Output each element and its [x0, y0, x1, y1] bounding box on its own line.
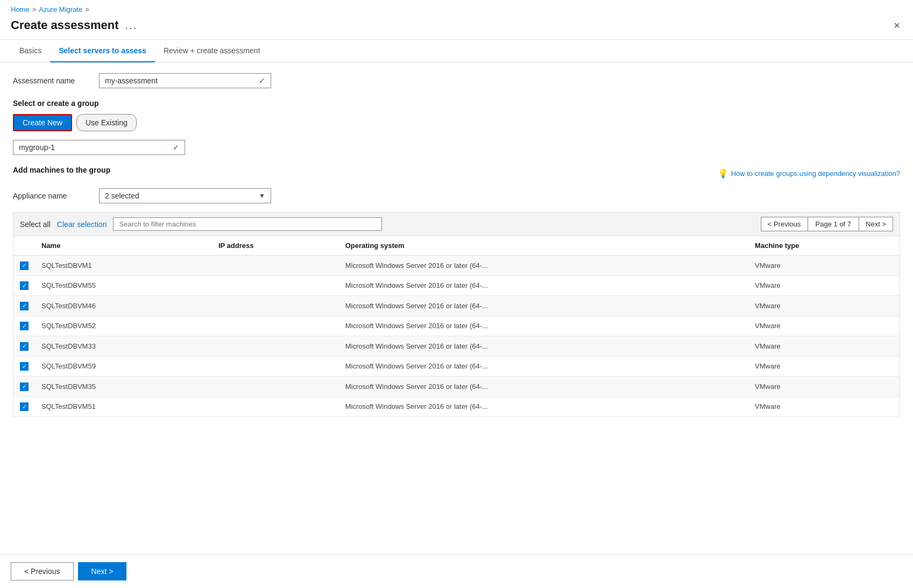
row-machine-type: VMware	[748, 256, 900, 276]
row-checkbox[interactable]: ✓	[13, 316, 36, 336]
add-machines-row: Add machines to the group 💡 How to creat…	[13, 166, 900, 181]
row-os: Microsoft Windows Server 2016 or later (…	[339, 296, 748, 316]
row-checkbox[interactable]: ✓	[13, 296, 36, 316]
group-name-value: mygroup-1	[19, 143, 55, 152]
col-header-machine-type: Machine type	[748, 236, 900, 256]
row-checkbox[interactable]: ✓	[13, 356, 36, 377]
row-os: Microsoft Windows Server 2016 or later (…	[339, 275, 748, 296]
dependency-viz-link-text: How to create groups using dependency vi…	[731, 169, 900, 178]
group-name-input[interactable]: mygroup-1 ✓	[13, 140, 185, 155]
row-ip	[212, 296, 339, 316]
row-name: SQLTestDBVM35	[35, 377, 212, 397]
page-wrapper: Home > Azure Migrate > Create assessment…	[0, 0, 913, 588]
assessment-name-check-icon: ✓	[259, 76, 265, 85]
row-name: SQLTestDBVM59	[35, 356, 212, 377]
group-buttons: Create New Use Existing	[13, 114, 900, 131]
row-machine-type: VMware	[748, 377, 900, 397]
row-os: Microsoft Windows Server 2016 or later (…	[339, 396, 748, 417]
checkbox-checked-icon[interactable]: ✓	[20, 322, 29, 330]
row-checkbox[interactable]: ✓	[13, 377, 36, 397]
top-bar: Home > Azure Migrate > Create assessment…	[0, 0, 913, 40]
table-row: ✓ SQLTestDBVM35 Microsoft Windows Server…	[13, 377, 900, 397]
tab-basics[interactable]: Basics	[11, 40, 50, 62]
appliance-dropdown-arrow-icon: ▼	[259, 192, 265, 200]
row-checkbox[interactable]: ✓	[13, 256, 36, 276]
appliance-row: Appliance name 2 selected ▼	[13, 188, 900, 203]
create-new-button[interactable]: Create New	[13, 114, 72, 131]
row-name: SQLTestDBVM33	[35, 336, 212, 357]
page-info: Page 1 of 7	[808, 217, 859, 231]
row-os: Microsoft Windows Server 2016 or later (…	[339, 316, 748, 336]
bottom-next-button[interactable]: Next >	[78, 562, 127, 580]
table-row: ✓ SQLTestDBVM1 Microsoft Windows Server …	[13, 256, 900, 276]
col-header-checkbox	[13, 236, 36, 256]
tabs-nav: Basics Select servers to assess Review +…	[0, 40, 913, 62]
row-checkbox[interactable]: ✓	[13, 396, 36, 417]
table-body: ✓ SQLTestDBVM1 Microsoft Windows Server …	[13, 256, 900, 417]
table-row: ✓ SQLTestDBVM51 Microsoft Windows Server…	[13, 396, 900, 417]
more-options-dots[interactable]: ...	[125, 19, 138, 32]
page-title: Create assessment	[11, 18, 119, 32]
breadcrumb: Home > Azure Migrate >	[11, 5, 902, 13]
assessment-name-input[interactable]: my-assessment ✓	[99, 73, 271, 88]
row-machine-type: VMware	[748, 296, 900, 316]
row-checkbox[interactable]: ✓	[13, 275, 36, 296]
next-page-button[interactable]: Next >	[859, 217, 893, 231]
row-ip	[212, 377, 339, 397]
row-os: Microsoft Windows Server 2016 or later (…	[339, 377, 748, 397]
breadcrumb-sep1: >	[32, 5, 37, 13]
col-header-name: Name	[35, 236, 212, 256]
clear-selection-button[interactable]: Clear selection	[57, 220, 107, 229]
row-ip	[212, 275, 339, 296]
close-button[interactable]: ×	[891, 18, 902, 33]
main-content: Assessment name my-assessment ✓ Select o…	[0, 62, 913, 428]
row-machine-type: VMware	[748, 275, 900, 296]
toolbar-right: < Previous Page 1 of 7 Next >	[761, 217, 893, 231]
row-name: SQLTestDBVM51	[35, 396, 212, 417]
checkbox-checked-icon[interactable]: ✓	[20, 261, 29, 270]
row-name: SQLTestDBVM1	[35, 256, 212, 276]
col-header-os: Operating system	[339, 236, 748, 256]
row-os: Microsoft Windows Server 2016 or later (…	[339, 356, 748, 377]
row-name: SQLTestDBVM55	[35, 275, 212, 296]
col-header-ip: IP address	[212, 236, 339, 256]
use-existing-button[interactable]: Use Existing	[76, 114, 137, 131]
dependency-viz-link[interactable]: 💡 How to create groups using dependency …	[718, 168, 900, 179]
row-machine-type: VMware	[748, 336, 900, 357]
checkbox-checked-icon[interactable]: ✓	[20, 402, 29, 411]
search-input[interactable]	[113, 217, 382, 231]
appliance-dropdown[interactable]: 2 selected ▼	[99, 188, 271, 203]
row-ip	[212, 356, 339, 377]
table-row: ✓ SQLTestDBVM59 Microsoft Windows Server…	[13, 356, 900, 377]
title-row: Create assessment ... ×	[11, 18, 902, 33]
machines-table: Name IP address Operating system Machine…	[13, 236, 900, 417]
row-os: Microsoft Windows Server 2016 or later (…	[339, 256, 748, 276]
prev-page-button[interactable]: < Previous	[761, 217, 808, 231]
group-name-check-icon: ✓	[173, 143, 179, 152]
breadcrumb-home[interactable]: Home	[11, 5, 30, 13]
row-checkbox[interactable]: ✓	[13, 336, 36, 357]
row-machine-type: VMware	[748, 396, 900, 417]
bottom-prev-button[interactable]: < Previous	[11, 562, 74, 580]
checkbox-checked-icon[interactable]: ✓	[20, 342, 29, 351]
tab-select-servers[interactable]: Select servers to assess	[50, 40, 155, 62]
title-left: Create assessment ...	[11, 18, 137, 32]
assessment-name-label: Assessment name	[13, 76, 99, 85]
breadcrumb-azure-migrate[interactable]: Azure Migrate	[39, 5, 82, 13]
tab-review[interactable]: Review + create assessment	[155, 40, 268, 62]
checkbox-checked-icon[interactable]: ✓	[20, 281, 29, 290]
checkbox-checked-icon[interactable]: ✓	[20, 302, 29, 310]
table-row: ✓ SQLTestDBVM52 Microsoft Windows Server…	[13, 316, 900, 336]
checkbox-checked-icon[interactable]: ✓	[20, 382, 29, 391]
row-name: SQLTestDBVM52	[35, 316, 212, 336]
toolbar-left: Select all Clear selection	[20, 217, 761, 231]
table-row: ✓ SQLTestDBVM46 Microsoft Windows Server…	[13, 296, 900, 316]
appliance-label: Appliance name	[13, 192, 99, 200]
checkbox-checked-icon[interactable]: ✓	[20, 362, 29, 371]
table-row: ✓ SQLTestDBVM33 Microsoft Windows Server…	[13, 336, 900, 357]
table-header-row: Name IP address Operating system Machine…	[13, 236, 900, 256]
row-name: SQLTestDBVM46	[35, 296, 212, 316]
table-row: ✓ SQLTestDBVM55 Microsoft Windows Server…	[13, 275, 900, 296]
row-ip	[212, 316, 339, 336]
select-all-button[interactable]: Select all	[20, 220, 51, 229]
